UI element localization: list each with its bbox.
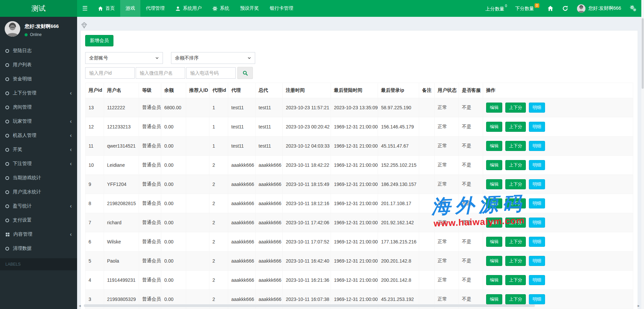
cell-status: 正常 bbox=[435, 156, 459, 175]
sidebar-item-机器人管理[interactable]: 机器人管理‹ bbox=[0, 128, 77, 143]
sidebar-item-当期游戏统计[interactable]: 当期游戏统计 bbox=[0, 171, 77, 185]
cell-status: 正常 bbox=[435, 137, 459, 156]
sidebar-item-内容管理[interactable]: 内容管理‹ bbox=[0, 227, 77, 241]
sidebar-menu: 登陆日志用户列表资金明细上下分管理‹房间管理玩家管理‹机器人管理‹开奖‹下注管理… bbox=[0, 44, 77, 256]
cell-is-service: 不是 bbox=[459, 98, 483, 117]
cell-last-login-ip: 45.151.47.67 bbox=[378, 137, 419, 156]
edit-button[interactable]: 编辑 bbox=[486, 103, 502, 113]
balance-sort-select[interactable]: 余额不排序 bbox=[171, 52, 255, 64]
nav-item-系统用户[interactable]: 系统用户 bbox=[170, 0, 207, 17]
edit-button[interactable]: 编辑 bbox=[486, 141, 502, 151]
up-score-count[interactable]: 上分数量0 bbox=[485, 5, 506, 12]
sidebar-toggle-button[interactable]: ☰ bbox=[77, 0, 93, 17]
cell-username: 1122222 bbox=[104, 98, 139, 117]
home-shortcut-button[interactable] bbox=[547, 5, 553, 11]
sidebar-item-玩家管理[interactable]: 玩家管理‹ bbox=[0, 114, 77, 128]
cell-referrer-id bbox=[186, 232, 209, 252]
nav-item-银行卡管理[interactable]: 银行卡管理 bbox=[264, 0, 299, 17]
detail-button[interactable]: 明细 bbox=[529, 237, 545, 247]
updown-score-button[interactable]: 上下分 bbox=[505, 237, 526, 247]
vertical-scrollbar-thumb[interactable] bbox=[642, 18, 644, 89]
cell-actions: 编辑 上下分 明细 bbox=[483, 271, 633, 290]
updown-score-button[interactable]: 上下分 bbox=[505, 122, 526, 132]
cogs-icon bbox=[630, 5, 637, 12]
refresh-button[interactable] bbox=[562, 5, 568, 11]
detail-button[interactable]: 明细 bbox=[529, 198, 545, 208]
sidebar-item-用户列表[interactable]: 用户列表 bbox=[0, 58, 77, 72]
cell-agent-id: 2 bbox=[209, 252, 228, 271]
cell-reg-time: 2023-10-12 04:03:33 bbox=[283, 137, 331, 156]
phone-input[interactable] bbox=[186, 67, 236, 79]
search-button[interactable] bbox=[237, 67, 253, 79]
user-menu[interactable]: 您好:发财啊666 bbox=[577, 4, 621, 13]
edit-button[interactable]: 编辑 bbox=[486, 218, 502, 228]
edit-button[interactable]: 编辑 bbox=[486, 160, 502, 170]
nav-item-系统[interactable]: 系统 bbox=[207, 0, 235, 17]
account-filter-select[interactable]: 全部账号 bbox=[85, 52, 163, 64]
horizontal-scrollbar-thumb[interactable] bbox=[84, 304, 535, 307]
down-score-count[interactable]: 下分数量0 bbox=[515, 5, 539, 12]
cell-reg-time: 2023-10-11 17:07:52 bbox=[283, 232, 331, 252]
updown-score-button[interactable]: 上下分 bbox=[505, 179, 526, 189]
sidebar-item-下注管理[interactable]: 下注管理‹ bbox=[0, 157, 77, 171]
add-member-button[interactable]: 新增会员 bbox=[85, 35, 113, 46]
detail-button[interactable]: 明细 bbox=[529, 141, 545, 151]
edit-button[interactable]: 编辑 bbox=[486, 122, 502, 132]
cell-remark bbox=[419, 271, 435, 290]
sidebar-item-资金明细[interactable]: 资金明细 bbox=[0, 72, 77, 86]
gear-icon bbox=[212, 6, 217, 11]
wechat-name-input[interactable] bbox=[136, 67, 185, 79]
detail-button[interactable]: 明细 bbox=[529, 103, 545, 113]
nav-item-游戏[interactable]: 游戏 bbox=[120, 0, 140, 17]
sidebar-item-登陆日志[interactable]: 登陆日志 bbox=[0, 44, 77, 58]
cell-remark bbox=[419, 98, 435, 117]
detail-button[interactable]: 明细 bbox=[529, 256, 545, 266]
nav-item-代理管理[interactable]: 代理管理 bbox=[140, 0, 170, 17]
cell-agent-id: 2 bbox=[209, 271, 228, 290]
sidebar-item-label: 房间管理 bbox=[13, 104, 32, 110]
sidebar-item-label: 下注管理 bbox=[13, 161, 32, 167]
nav-item-预设开奖[interactable]: 预设开奖 bbox=[235, 0, 264, 17]
sidebar-item-开奖[interactable]: 开奖‹ bbox=[0, 143, 77, 157]
sidebar-item-用户流水统计[interactable]: 用户流水统计 bbox=[0, 185, 77, 199]
updown-score-button[interactable]: 上下分 bbox=[505, 275, 526, 285]
updown-score-button[interactable]: 上下分 bbox=[505, 103, 526, 113]
cell-balance: 0.00 bbox=[161, 194, 186, 213]
nav-item-首页[interactable]: 首页 bbox=[93, 0, 120, 17]
sidebar-item-盈亏统计[interactable]: 盈亏统计‹ bbox=[0, 199, 77, 213]
edit-button[interactable]: 编辑 bbox=[486, 256, 502, 266]
edit-button[interactable]: 编辑 bbox=[486, 237, 502, 247]
sidebar-item-支付设置[interactable]: 支付设置 bbox=[0, 213, 77, 227]
detail-button[interactable]: 明细 bbox=[529, 275, 545, 285]
edit-button[interactable]: 编辑 bbox=[486, 179, 502, 189]
edit-button[interactable]: 编辑 bbox=[486, 275, 502, 285]
sidebar-item-房间管理[interactable]: 房间管理 bbox=[0, 100, 77, 114]
sidebar-item-清理数据[interactable]: 清理数据 bbox=[0, 241, 77, 256]
cell-user-id: 9 bbox=[86, 175, 104, 194]
detail-button[interactable]: 明细 bbox=[529, 179, 545, 189]
horizontal-scrollbar-track[interactable] bbox=[82, 304, 636, 307]
edit-button[interactable]: 编辑 bbox=[486, 198, 502, 208]
updown-score-button[interactable]: 上下分 bbox=[505, 198, 526, 208]
updown-score-button[interactable]: 上下分 bbox=[505, 256, 526, 266]
detail-button[interactable]: 明细 bbox=[529, 160, 545, 170]
settings-button[interactable] bbox=[630, 5, 637, 12]
nav-item-label: 游戏 bbox=[126, 5, 135, 11]
horizontal-scrollbar[interactable]: ◂ ▸ bbox=[77, 303, 641, 308]
sidebar-item-上下分管理[interactable]: 上下分管理‹ bbox=[0, 86, 77, 100]
updown-score-button[interactable]: 上下分 bbox=[505, 218, 526, 228]
detail-button[interactable]: 明细 bbox=[529, 218, 545, 228]
vertical-scrollbar[interactable] bbox=[641, 0, 644, 309]
nav-item-label: 首页 bbox=[105, 5, 115, 11]
up-score-badge: 0 bbox=[505, 4, 507, 8]
scroll-right-arrow-icon[interactable]: ▸ bbox=[636, 303, 641, 308]
cell-last-login-time: 1969-12-31 21:00:00 bbox=[331, 271, 378, 290]
brand-title[interactable]: 测试 bbox=[0, 0, 77, 17]
detail-button[interactable]: 明细 bbox=[529, 122, 545, 132]
cell-user-id: 10 bbox=[86, 156, 104, 175]
cell-is-service: 不是 bbox=[459, 252, 483, 271]
user-id-input[interactable] bbox=[85, 67, 135, 79]
scroll-left-arrow-icon[interactable]: ◂ bbox=[77, 303, 82, 308]
updown-score-button[interactable]: 上下分 bbox=[505, 141, 526, 151]
updown-score-button[interactable]: 上下分 bbox=[505, 160, 526, 170]
